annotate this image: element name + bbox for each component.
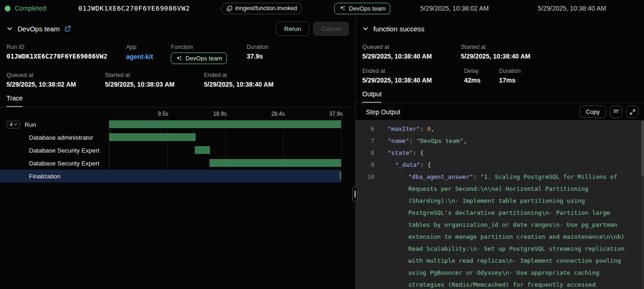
code-viewer[interactable]: 6"maxIter": 0,7"name": "DevOps team",8"s… (356, 120, 644, 289)
trace-row-label: Run (24, 121, 36, 128)
line-number: 6 (356, 123, 374, 135)
code-line: 8"state": { (356, 147, 644, 159)
step-delay-field: Delay 42ms (464, 68, 499, 84)
function-label: Function (171, 44, 247, 50)
panel-resize-handle[interactable] (352, 186, 358, 202)
trace-chart: 9.5s18.9s28.4s37.9s 4RunDatabase adminis… (0, 110, 355, 183)
trace-row[interactable]: Database Security Expert (0, 144, 341, 157)
trace-row[interactable]: 4Run (0, 118, 341, 131)
run-id-value: 01JWDK1XE6C270F6YE69086VW2 (6, 53, 126, 60)
step-meta-row-2: Ended at 5/29/2025, 10:38:40 AM Delay 42… (356, 68, 644, 84)
trace-span-bar[interactable] (109, 120, 341, 128)
duration-field: Duration 37.9s (247, 44, 268, 64)
trace-row[interactable]: Database administrator (0, 131, 341, 144)
trace-axis: 9.5s18.9s28.4s37.9s (0, 110, 355, 118)
queued-at-label: Queued at (6, 72, 105, 78)
started-at-label: Started at (105, 72, 204, 78)
function-badge[interactable]: DevOps team (171, 53, 227, 64)
run-title: DevOps team (17, 25, 60, 33)
axis-tick-label: 18.9s (213, 111, 226, 117)
trace-rows: 4RunDatabase administratorDatabase Secur… (0, 118, 355, 183)
expand-icon (629, 109, 636, 115)
left-tabs: Trace (0, 94, 355, 107)
started-at-value: 5/29/2025, 10:38:03 AM (105, 81, 204, 88)
word-wrap-button[interactable] (610, 106, 622, 118)
step-duration-field: Duration 17ms (499, 68, 521, 84)
step-queued-value: 5/29/2025, 10:38:40 AM (362, 53, 461, 60)
copy-button[interactable]: Copy (580, 106, 606, 118)
ended-at-value: 5/29/2025, 10:38:40 AM (204, 81, 273, 88)
run-id-field: Run ID 01JWDK1XE6C270F6YE69086VW2 (6, 44, 126, 64)
sparkle-icon (339, 5, 346, 12)
step-header: function success (356, 21, 644, 36)
step-started-value: 5/29/2025, 10:38:40 AM (461, 53, 530, 60)
step-duration-label: Duration (499, 68, 521, 74)
tab-trace[interactable]: Trace (6, 94, 23, 107)
ended-at-field: Ended at 5/29/2025, 10:38:40 AM (204, 72, 273, 88)
timeline-gridline (341, 118, 342, 183)
sparkle-icon (176, 55, 182, 62)
right-tabs: Output (356, 90, 644, 103)
step-delay-label: Delay (464, 68, 499, 74)
run-details-panel: DevOps team Rerun Cancel Run ID 01JWDK1X… (0, 17, 355, 289)
code-line: 7"name": "DevOps team", (356, 135, 644, 147)
run-meta-row-1: Run ID 01JWDK1XE6C270F6YE69086VW2 App ag… (0, 44, 355, 64)
trace-span-bar[interactable] (109, 133, 196, 141)
trace-span-bar[interactable] (209, 159, 341, 167)
function-badge-top[interactable]: DevOps team (334, 0, 390, 17)
trace-span-bar[interactable] (195, 146, 210, 154)
trace-row[interactable]: Finalization (0, 170, 341, 183)
step-ended-value: 5/29/2025, 10:38:40 AM (362, 77, 464, 84)
function-badge-label: DevOps team (349, 5, 385, 12)
status-dot-icon (5, 6, 11, 12)
axis-tick-label: 37.9s (329, 111, 342, 117)
code-line: 9"_data": { (356, 159, 644, 171)
run-status: Completed (5, 0, 46, 17)
step-started-label: Started at (461, 44, 530, 50)
app-field: App agent-kit (126, 44, 171, 64)
top-end-timestamp: 5/29/2025, 10:38:40 AM (538, 0, 606, 17)
axis-tick-label: 28.4s (271, 111, 284, 117)
duration-label: Duration (247, 44, 268, 50)
queued-at-field: Queued at 5/29/2025, 10:38:02 AM (6, 72, 105, 88)
step-delay-value: 42ms (464, 77, 499, 84)
event-badge-label: inngest/function.invoked (235, 5, 297, 12)
rerun-button[interactable]: Rerun (276, 22, 309, 36)
expand-button[interactable] (626, 106, 638, 118)
function-field: Function DevOps team (171, 44, 247, 64)
top-run-id: 01JWDK1XE6C270F6YE69086VW2 (78, 0, 190, 17)
started-at-field: Started at 5/29/2025, 10:38:03 AM (105, 72, 204, 88)
word-wrap-icon (613, 108, 620, 115)
ended-at-label: Ended at (204, 72, 273, 78)
step-queued-field: Queued at 5/29/2025, 10:38:40 AM (362, 44, 461, 60)
row-expander-button[interactable]: 4 (6, 121, 20, 129)
code-line: 10"dba_agent_answer": "1. Scaling Postgr… (356, 171, 644, 289)
cancel-button[interactable]: Cancel (313, 22, 349, 36)
trace-row[interactable]: Database Security Expert (0, 157, 341, 170)
step-output-bar: Step Output Copy (356, 103, 644, 120)
trace-row-label: Database Security Expert (29, 147, 99, 154)
line-number: 8 (356, 147, 374, 159)
run-header: DevOps team Rerun Cancel (0, 21, 355, 36)
line-number: 9 (356, 159, 374, 171)
external-link-icon[interactable] (64, 25, 71, 32)
chevron-down-icon[interactable] (362, 25, 369, 32)
step-ended-label: Ended at (362, 68, 464, 74)
event-badge[interactable]: inngest/function.invoked (221, 0, 302, 17)
top-start-timestamp: 5/29/2025, 10:38:02 AM (420, 0, 489, 17)
step-started-field: Started at 5/29/2025, 10:38:40 AM (461, 44, 530, 60)
status-label: Completed (15, 5, 46, 12)
tab-output[interactable]: Output (362, 90, 382, 103)
run-meta-row-2: Queued at 5/29/2025, 10:38:02 AM Started… (0, 72, 355, 88)
queued-at-value: 5/29/2025, 10:38:02 AM (6, 81, 105, 88)
app-label: App (126, 44, 171, 50)
code-scrollbar[interactable] (641, 121, 644, 289)
trace-span-bar[interactable] (340, 172, 341, 180)
chevron-down-icon[interactable] (6, 25, 13, 32)
function-badge-label: DevOps team (186, 55, 222, 62)
trace-row-label: Database administrator (29, 134, 93, 141)
event-icon (226, 6, 232, 12)
app-link[interactable]: agent-kit (126, 53, 153, 60)
line-number: 10 (356, 171, 374, 289)
trace-row-label: Finalization (29, 173, 60, 180)
